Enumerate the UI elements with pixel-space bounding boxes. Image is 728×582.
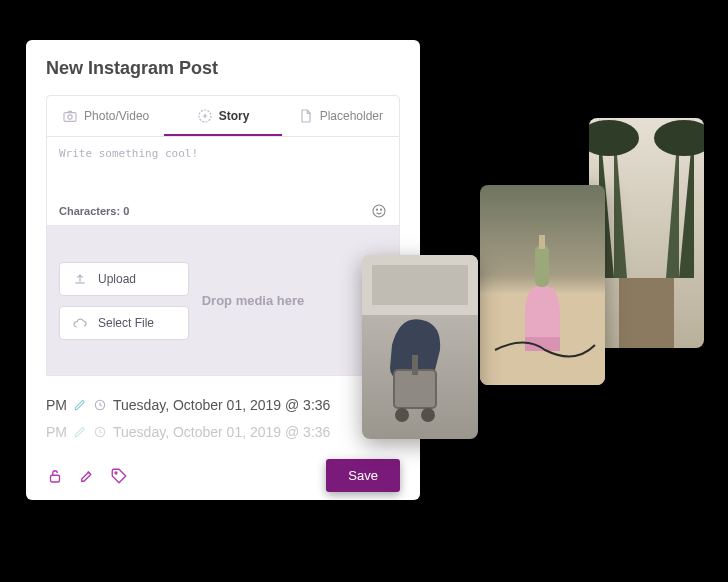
pencil-icon[interactable] [73,398,87,412]
svg-rect-17 [535,245,549,287]
svg-point-23 [395,408,409,422]
composer: Characters: 0 [46,137,400,226]
svg-rect-8 [51,475,60,482]
character-count: Characters: 0 [59,205,129,217]
edit-icon[interactable] [78,467,96,485]
tab-photo-video[interactable]: Photo/Video [47,96,164,136]
camera-icon [62,108,78,124]
new-post-card: New Instagram Post Photo/Video Story Pla… [26,40,420,500]
preview-image-3 [589,118,704,348]
footer-icons [46,467,128,485]
tag-icon[interactable] [110,467,128,485]
button-label: Upload [98,272,136,286]
upload-icon [72,271,88,287]
button-label: Select File [98,316,154,330]
tab-label: Placeholder [320,109,383,123]
svg-rect-22 [394,370,436,408]
svg-point-1 [68,115,72,119]
tab-label: Story [219,109,250,123]
schedule-prefix: PM [46,392,67,419]
tab-story[interactable]: Story [164,96,281,136]
preview-image-2 [480,185,605,385]
pencil-icon[interactable] [73,425,87,439]
svg-rect-18 [539,235,545,249]
save-button[interactable]: Save [326,459,400,492]
svg-point-24 [421,408,435,422]
schedule-text: Tuesday, October 01, 2019 @ 3:36 [113,392,330,419]
dropzone-hint: Drop media here [202,293,305,308]
svg-point-4 [376,209,377,210]
file-icon [298,108,314,124]
schedule-text: Tuesday, October 01, 2019 @ 3:36 [113,419,330,446]
schedule-row: PM Tuesday, October 01, 2019 @ 3:36 [46,419,400,446]
caption-input[interactable] [59,147,387,181]
lock-icon[interactable] [46,467,64,485]
schedule-prefix: PM [46,419,67,446]
svg-point-5 [380,209,381,210]
svg-rect-25 [412,355,418,375]
svg-point-9 [115,472,117,474]
schedule-row: PM Tuesday, October 01, 2019 @ 3:36 [46,392,400,419]
preview-image-1 [362,255,478,439]
card-footer: Save [46,459,400,492]
clock-icon [93,398,107,412]
media-dropzone[interactable]: Upload Select File Drop media here [46,226,400,376]
tab-label: Photo/Video [84,109,149,123]
post-type-tabs: Photo/Video Story Placeholder [46,95,400,137]
tab-placeholder[interactable]: Placeholder [282,96,399,136]
cloud-icon [72,315,88,331]
schedule-list: PM Tuesday, October 01, 2019 @ 3:36 PM T… [46,392,400,445]
clock-icon [93,425,107,439]
svg-point-3 [373,205,385,217]
select-file-button[interactable]: Select File [59,306,189,340]
page-title: New Instagram Post [46,58,400,79]
svg-rect-11 [619,278,674,348]
svg-rect-0 [64,113,76,122]
plus-circle-icon [197,108,213,124]
emoji-picker-button[interactable] [371,203,387,219]
svg-rect-21 [372,265,468,305]
upload-button[interactable]: Upload [59,262,189,296]
